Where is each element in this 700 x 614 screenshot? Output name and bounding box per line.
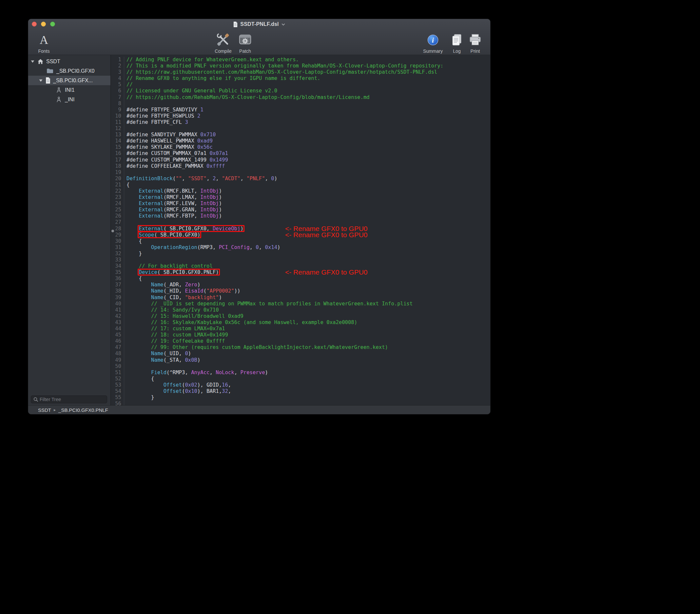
code-line[interactable]: 37 Name(_ADR, Zero): [111, 282, 490, 288]
search-icon: [34, 397, 38, 402]
filter-tree-input[interactable]: [40, 397, 104, 402]
line-number: 27: [111, 219, 124, 225]
log-button[interactable]: Log: [450, 30, 464, 54]
code-line[interactable]: 10#define FBTYPE_HSWPLUS 2: [111, 113, 490, 119]
annotation-text: <- Rename GFX0 to GPU0: [285, 231, 368, 239]
code-line[interactable]: 52 {: [111, 376, 490, 382]
code-line[interactable]: 13#define SANDYIVY_PWMMAX 0x710: [111, 132, 490, 138]
code-line[interactable]: 4// Rename GFX0 to anything else if your…: [111, 75, 490, 82]
line-number: 48: [111, 351, 124, 357]
patch-button[interactable]: Patch: [235, 30, 255, 54]
code-line[interactable]: 16#define CUSTOM_PWMMAX_07a1 0x07a1: [111, 150, 490, 156]
code-line[interactable]: 56: [111, 401, 490, 405]
code-line[interactable]: 22 External(RMCF.BKLT, IntObj): [111, 188, 490, 194]
fonts-button[interactable]: A Fonts: [34, 30, 54, 54]
title-proxy[interactable]: SSDT-PNLF.dsl: [28, 19, 490, 29]
code-line[interactable]: 20DefinitionBlock("", "SSDT", 2, "ACDT",…: [111, 176, 490, 182]
code-line[interactable]: 23 External(RMCF.LMAX, IntObj): [111, 194, 490, 201]
disclosure-triangle-icon[interactable]: [30, 59, 35, 64]
code-line[interactable]: 7// https://github.com/RehabMan/OS-X-Clo…: [111, 95, 490, 101]
compile-button[interactable]: Compile: [212, 30, 235, 54]
code-line[interactable]: 35 Device(_SB.PCI0.GFX0.PNLF)<- Rename G…: [111, 269, 490, 276]
tree-item-label: INI1: [65, 87, 74, 93]
code-line[interactable]: 26 External(RMCF.FBTP, IntObj): [111, 213, 490, 219]
code-line[interactable]: 48 Name(_UID, 0): [111, 351, 490, 357]
code-line[interactable]: 47 // 99: Other (requires custom AppleBa…: [111, 344, 490, 351]
code-line[interactable]: 19: [111, 170, 490, 176]
print-button[interactable]: Print: [467, 30, 484, 54]
breadcrumb-root: SSDT: [38, 407, 51, 413]
code-line[interactable]: 21{: [111, 182, 490, 188]
line-number: 35: [111, 269, 124, 276]
code-text: [124, 170, 490, 176]
code-line[interactable]: 38 Name(_HID, EisaId("APP0002")): [111, 288, 490, 294]
filter-tree-field[interactable]: [31, 396, 107, 403]
document-proxy-icon: [233, 21, 238, 27]
code-line[interactable]: 15#define SKYLAKE_PWMMAX 0x56c: [111, 144, 490, 150]
code-text: External(RMCF.BKLT, IntObj): [124, 188, 490, 194]
code-line[interactable]: 24 External(RMCF.LEVW, IntObj): [111, 201, 490, 207]
line-number: 40: [111, 301, 124, 307]
code-editor[interactable]: 1// Adding PNLF device for WhateverGreen…: [111, 55, 490, 405]
code-text: // https://raw.githubusercontent.com/Reh…: [124, 69, 490, 75]
code-line[interactable]: 1// Adding PNLF device for WhateverGreen…: [111, 57, 490, 63]
code-text: }: [124, 394, 490, 401]
code-line[interactable]: 46 // 19: CoffeeLake 0xffff: [111, 338, 490, 344]
code-line[interactable]: 6// Licensed under GNU General Public Li…: [111, 88, 490, 94]
code-line[interactable]: 51 Field(^RMP3, AnyAcc, NoLock, Preserve…: [111, 369, 490, 376]
code-line[interactable]: 49 Name(_STA, 0x0B): [111, 357, 490, 363]
code-line[interactable]: 17#define CUSTOM_PWMMAX_1499 0x1499: [111, 157, 490, 163]
code-line[interactable]: 39 Name(_CID, "backlight"): [111, 295, 490, 301]
code-line[interactable]: 8: [111, 101, 490, 107]
code-line[interactable]: 45 // 18: custom LMAX=0x1499: [111, 332, 490, 338]
code-line[interactable]: 41 // 14: Sandy/Ivy 0x710: [111, 307, 490, 313]
code-line[interactable]: 42 // 15: Haswell/Broadwell 0xad9: [111, 313, 490, 319]
tree-item-gfx0-scope[interactable]: _SB.PCI0.GFX0: [28, 66, 110, 76]
code-line[interactable]: 33: [111, 257, 490, 263]
line-number: 56: [111, 401, 124, 405]
code-text: // 17: custom LMAX=0x7a1: [124, 326, 490, 332]
code-line[interactable]: 54 Offset(0x10), BAR1,32,: [111, 388, 490, 394]
code-line[interactable]: 12: [111, 125, 490, 132]
line-number: 29: [111, 232, 124, 238]
code-line[interactable]: 31 OperationRegion(RMP3, PCI_Config, 0, …: [111, 245, 490, 251]
code-line[interactable]: 36 {: [111, 276, 490, 282]
tree-item-label: SSDT: [46, 59, 60, 64]
tree-item-ini1[interactable]: INI1: [28, 85, 110, 95]
summary-button[interactable]: i Summary: [422, 30, 445, 54]
compile-label: Compile: [215, 49, 232, 54]
code-line[interactable]: 44 // 17: custom LMAX=0x7a1: [111, 326, 490, 332]
code-line[interactable]: 2// This is a modified PNLF version orig…: [111, 63, 490, 69]
tree-item-gfx0-device[interactable]: _SB.PCI0.GFX...: [28, 76, 110, 85]
code-line[interactable]: 43 // 16: Skylake/KabyLake 0x56c (and so…: [111, 319, 490, 326]
code-line[interactable]: 55 }: [111, 394, 490, 401]
code-line[interactable]: 32 }: [111, 251, 490, 257]
log-label: Log: [453, 49, 460, 54]
code-line[interactable]: 14#define HASWELL_PWMMAX 0xad9: [111, 138, 490, 144]
code-line[interactable]: 53 Offset(0x02), GDID,16,: [111, 382, 490, 388]
code-text: // 15: Haswell/Broadwell 0xad9: [124, 313, 490, 319]
tree-item-label: _SB.PCI0.GFX0: [57, 68, 95, 74]
code-line[interactable]: 50: [111, 363, 490, 369]
code-text: // Rename GFX0 to anything else if your …: [124, 75, 490, 82]
tree-item-_ini[interactable]: _INI: [28, 95, 110, 104]
code-line[interactable]: 5//: [111, 82, 490, 88]
code-line[interactable]: 30 {: [111, 238, 490, 245]
code-line[interactable]: 18#define COFFEELAKE_PWMMAX 0xffff: [111, 163, 490, 170]
code-line[interactable]: 11#define FBTYPE_CFL 3: [111, 119, 490, 125]
code-text: Name(_HID, EisaId("APP0002")): [124, 288, 490, 294]
code-line[interactable]: 40 // _UID is set depending on PWMMax to…: [111, 301, 490, 307]
code-line[interactable]: 25 External(RMCF.GRAN, IntObj): [111, 207, 490, 213]
tree-item-ssdt[interactable]: SSDT: [28, 57, 110, 66]
disclosure-triangle-icon[interactable]: [39, 78, 43, 83]
line-number: 7: [111, 95, 124, 101]
code-line[interactable]: 3// https://raw.githubusercontent.com/Re…: [111, 69, 490, 75]
code-line[interactable]: 9#define FBTYPE_SANDYIVY 1: [111, 107, 490, 113]
code-text: DefinitionBlock("", "SSDT", 2, "ACDT", "…: [124, 176, 490, 182]
code-text: External(RMCF.LMAX, IntObj): [124, 194, 490, 201]
line-number: 47: [111, 344, 124, 351]
code-text: {: [124, 276, 490, 282]
code-line[interactable]: 29 Scope(_SB.PCI0.GFX0)<- Rename GFX0 to…: [111, 232, 490, 238]
status-bar: SSDT ▸ _SB.PCI0.GFX0.PNLF: [28, 405, 490, 414]
breadcrumb-separator-icon: ▸: [54, 408, 56, 412]
